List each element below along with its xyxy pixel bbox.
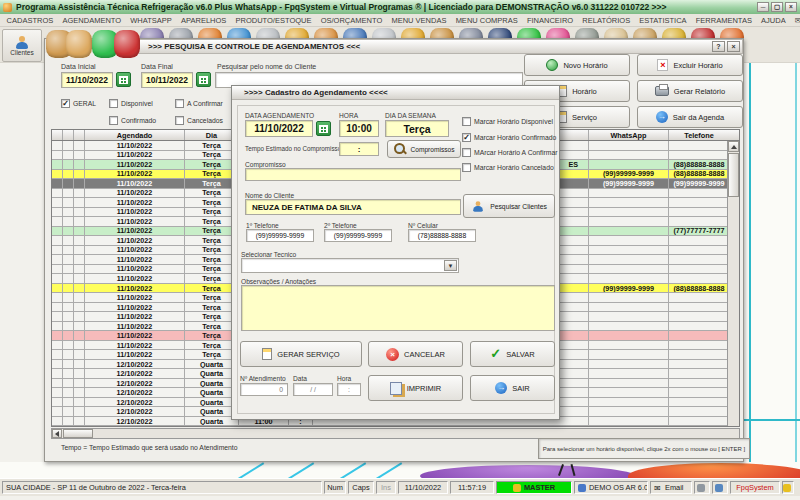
- checkbox-cancelados[interactable]: Cancelados: [175, 116, 223, 125]
- checkbox-confirmado[interactable]: Confirmado: [109, 116, 156, 125]
- tel2-field[interactable]: (99)99999-9999: [324, 229, 392, 242]
- menu-ajuda[interactable]: AJUDA: [756, 16, 790, 25]
- data-inicial-label: Data Inicial: [61, 63, 96, 70]
- status-segment-ins: Ins: [376, 481, 396, 494]
- checkbox-marcar-horário-cancelado[interactable]: Marcar Horário Cancelado: [462, 163, 554, 172]
- desktop-wallpaper-right: [744, 63, 800, 462]
- new-schedule-icon: [546, 59, 558, 71]
- menu-whatsapp[interactable]: WHATSAPP: [126, 16, 177, 25]
- minimize-button[interactable]: ─: [757, 2, 769, 12]
- window-help-button[interactable]: ?: [712, 41, 725, 52]
- salvar-button[interactable]: ✓SALVAR: [470, 341, 555, 367]
- menu-estatistica[interactable]: ESTATISTICA: [635, 16, 691, 25]
- checkbox-geral[interactable]: ✓GERAL: [61, 99, 96, 108]
- data-final-field[interactable]: 10/11/2022: [141, 72, 193, 88]
- tecnico-select[interactable]: ▼: [241, 258, 459, 273]
- imprimir-button[interactable]: IMPRIMIR: [368, 375, 463, 401]
- compromissos-button[interactable]: Compromissos: [387, 140, 461, 158]
- maximize-button[interactable]: ▢: [771, 2, 783, 12]
- atendimento-label: Nº Atendimento: [240, 375, 286, 382]
- status-segment-num: Num: [324, 481, 346, 494]
- menu-ferramentas[interactable]: FERRAMENTAS: [691, 16, 756, 25]
- desktop-wallpaper-bottom: [0, 462, 800, 478]
- exit-agenda-icon: →: [656, 111, 668, 123]
- menu-financeiro[interactable]: FINANCEIRO: [522, 16, 577, 25]
- gerar-servico-button[interactable]: GERAR SERVIÇO: [240, 341, 362, 367]
- data-inicial-calendar-button[interactable]: [116, 72, 131, 87]
- data2-field[interactable]: / /: [293, 383, 333, 396]
- menu-menu vendas[interactable]: MENU VENDAS: [387, 16, 451, 25]
- nome-cliente-label: Nome do Cliente: [245, 192, 294, 199]
- vertical-scrollbar[interactable]: [727, 141, 739, 426]
- checkbox-a-confirmar[interactable]: A Confirmar: [175, 99, 223, 108]
- obs-label: Observações / Anotações: [241, 278, 316, 285]
- menu-produto/estoque[interactable]: PRODUTO/ESTOQUE: [231, 16, 316, 25]
- menu-os/orçamento[interactable]: OS/ORÇAMENTO: [316, 16, 387, 25]
- data-agendamento-field[interactable]: 11/10/2022: [245, 120, 313, 137]
- tempo-field[interactable]: :: [339, 142, 379, 156]
- obs-textarea[interactable]: [241, 285, 555, 331]
- data-final-calendar-button[interactable]: [196, 72, 211, 87]
- chevron-down-icon[interactable]: ▼: [444, 260, 457, 271]
- menu-e-mail[interactable]: ✉ E-MAIL: [790, 16, 800, 25]
- column-header[interactable]: WhatsApp: [589, 130, 669, 140]
- data-inicial-field[interactable]: 11/10/2022: [61, 72, 113, 88]
- close-button[interactable]: ×: [785, 2, 797, 12]
- cancelar-button[interactable]: ×CANCELAR: [368, 341, 463, 367]
- atendimento-field[interactable]: 0: [240, 383, 288, 396]
- hora-field[interactable]: 10:00: [339, 120, 379, 137]
- monitor-icon: [715, 484, 723, 492]
- print-pages-icon: [390, 382, 402, 395]
- checkbox-marcar-horário-confirmado[interactable]: ✓Marcar Horário Confirmado: [462, 133, 556, 142]
- app-icon: [3, 3, 12, 12]
- menu-aparelhos[interactable]: APARELHOS: [176, 16, 230, 25]
- agenda-window-title: >>> PESQUISA E CONTROLE DE AGENDAMENTOS …: [148, 42, 360, 51]
- data-agendamento-label: DATA AGENDAMENTO: [245, 112, 314, 119]
- excluir-horário-button[interactable]: ×Excluir Horário: [637, 54, 743, 76]
- column-header[interactable]: [52, 130, 63, 140]
- check-icon: ✓: [490, 348, 501, 360]
- checkbox-marcar-horário-disponível[interactable]: Marcar Horário Disponível: [462, 117, 553, 126]
- data2-label: Data: [293, 375, 307, 382]
- hora2-field[interactable]: :: [337, 383, 361, 396]
- column-header[interactable]: [63, 130, 74, 140]
- delete-schedule-icon: ×: [657, 59, 668, 71]
- menu-agendamento[interactable]: AGENDAMENTO: [58, 16, 126, 25]
- tel1-field[interactable]: (99)99999-9999: [246, 229, 314, 242]
- sair-button[interactable]: →SAIR: [470, 375, 555, 401]
- status-segment-master: MASTER: [496, 481, 572, 494]
- column-header[interactable]: Telefone: [669, 130, 729, 140]
- toolbar-clientes-button[interactable]: Clientes: [2, 29, 42, 62]
- status-segment-demo-os-ar-6-0: DEMO OS AR 6.0: [574, 481, 648, 494]
- menu-menu compras[interactable]: MENU COMPRAS: [451, 16, 522, 25]
- agenda-window-titlebar[interactable]: >>> PESQUISA E CONTROLE DE AGENDAMENTOS …: [129, 39, 743, 54]
- column-header[interactable]: [74, 130, 85, 140]
- dialog-calendar-button[interactable]: [316, 121, 331, 136]
- status-bar: SUA CIDADE - SP 11 de Outubro de 2022 - …: [0, 478, 800, 496]
- celular-label: Nº Celular: [408, 222, 438, 229]
- sair-da-agenda-button[interactable]: →Sair da Agenda: [637, 106, 743, 128]
- suppliers-icon[interactable]: [66, 30, 92, 58]
- magnifier-icon: [394, 143, 406, 155]
- calendar-icon[interactable]: [114, 30, 140, 58]
- calendar-icon: [119, 76, 128, 84]
- envelope-icon: ✉: [654, 484, 662, 492]
- gerar-relatório-button[interactable]: Gerar Relatório: [637, 80, 743, 102]
- calendar-icon: [199, 76, 208, 84]
- checkbox-disponível[interactable]: Disponível: [109, 99, 153, 108]
- hora-label: HORA: [339, 112, 358, 119]
- checkbox-marcar-horário-a-confirmar[interactable]: MArcar Horário A Confirmar: [462, 148, 557, 157]
- service-doc-icon: [262, 348, 272, 360]
- column-header[interactable]: Agendado: [85, 130, 185, 140]
- pesquisar-clientes-button[interactable]: Pesquisar Clientes: [463, 194, 555, 218]
- dialog-titlebar[interactable]: >>>> Cadastro do Agendamento <<<<: [232, 86, 559, 100]
- menu-relatórios[interactable]: RELATÓRIOS: [578, 16, 635, 25]
- nome-cliente-field[interactable]: NEUZA DE FATIMA DA SILVA: [245, 199, 461, 215]
- novo-horário-button[interactable]: Novo Horário: [524, 54, 630, 76]
- window-close-button[interactable]: ×: [727, 41, 740, 52]
- compromisso-input[interactable]: [245, 168, 461, 181]
- menu-cadastros[interactable]: CADASTROS: [2, 16, 58, 25]
- menu-bar: CADASTROSAGENDAMENTOWHATSAPPAPARELHOSPRO…: [0, 14, 800, 27]
- celular-field[interactable]: (78)88888-8888: [408, 229, 476, 242]
- app-icon: [578, 484, 586, 492]
